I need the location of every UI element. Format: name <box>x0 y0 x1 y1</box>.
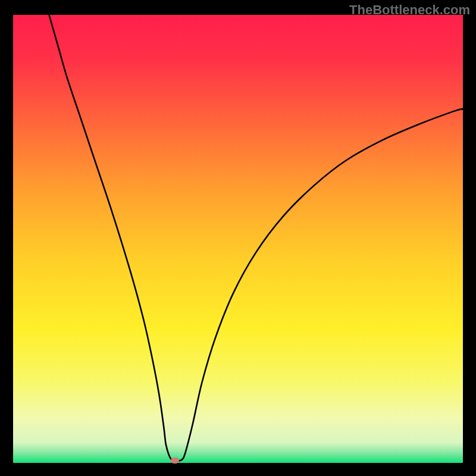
optimal-point-marker <box>171 458 179 464</box>
curve-layer <box>13 15 463 463</box>
bottleneck-curve <box>49 15 463 461</box>
chart-frame: TheBottleneck.com <box>0 0 476 476</box>
plot-area <box>13 15 463 463</box>
